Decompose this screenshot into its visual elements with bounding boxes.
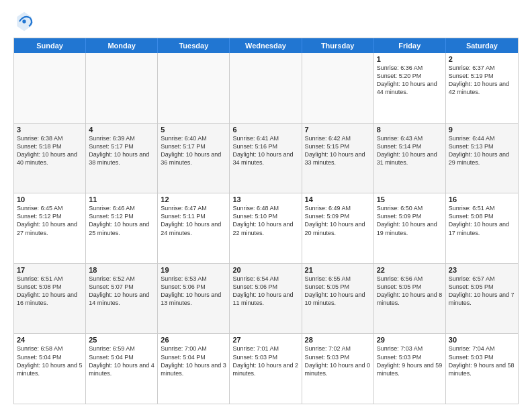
header	[13, 11, 519, 32]
day-number: 19	[161, 266, 226, 274]
day-number: 9	[449, 126, 515, 134]
header-day-saturday: Saturday	[446, 38, 518, 53]
page: SundayMondayTuesdayWednesdayThursdayFrid…	[0, 0, 532, 411]
day-number: 13	[232, 195, 298, 203]
cell-info: Sunrise: 7:00 AM Sunset: 5:04 PM Dayligh…	[161, 345, 226, 377]
calendar-body: 1Sunrise: 6:36 AM Sunset: 5:20 PM Daylig…	[14, 53, 518, 404]
cell-info: Sunrise: 6:42 AM Sunset: 5:15 PM Dayligh…	[305, 134, 371, 167]
cell-info: Sunrise: 6:41 AM Sunset: 5:16 PM Dayligh…	[232, 134, 298, 167]
cell-info: Sunrise: 6:40 AM Sunset: 5:17 PM Dayligh…	[161, 134, 226, 167]
day-number: 15	[377, 195, 443, 203]
calendar-cell: 19Sunrise: 6:53 AM Sunset: 5:06 PM Dayli…	[158, 264, 230, 334]
calendar-row-4: 24Sunrise: 6:58 AM Sunset: 5:04 PM Dayli…	[14, 334, 518, 404]
day-number: 14	[305, 195, 371, 203]
cell-info: Sunrise: 6:38 AM Sunset: 5:18 PM Dayligh…	[17, 134, 83, 167]
calendar-cell: 16Sunrise: 6:51 AM Sunset: 5:08 PM Dayli…	[446, 193, 518, 263]
logo-icon	[13, 11, 35, 32]
cell-info: Sunrise: 6:47 AM Sunset: 5:11 PM Dayligh…	[161, 204, 226, 237]
day-number: 27	[232, 336, 298, 344]
header-day-thursday: Thursday	[302, 38, 374, 53]
svg-point-1	[22, 19, 26, 23]
cell-info: Sunrise: 6:49 AM Sunset: 5:09 PM Dayligh…	[305, 204, 371, 237]
header-day-tuesday: Tuesday	[158, 38, 230, 53]
day-number: 23	[449, 266, 515, 274]
calendar-row-1: 3Sunrise: 6:38 AM Sunset: 5:18 PM Daylig…	[14, 124, 518, 194]
day-number: 20	[232, 266, 298, 274]
calendar-cell	[14, 53, 86, 123]
cell-info: Sunrise: 7:01 AM Sunset: 5:03 PM Dayligh…	[232, 345, 298, 377]
day-number: 6	[232, 126, 298, 134]
calendar-cell: 21Sunrise: 6:55 AM Sunset: 5:05 PM Dayli…	[302, 264, 374, 334]
calendar-header: SundayMondayTuesdayWednesdayThursdayFrid…	[14, 38, 518, 53]
day-number: 18	[89, 266, 154, 274]
day-number: 3	[17, 126, 83, 134]
calendar-cell: 4Sunrise: 6:39 AM Sunset: 5:17 PM Daylig…	[86, 124, 158, 193]
calendar-cell: 23Sunrise: 6:57 AM Sunset: 5:05 PM Dayli…	[446, 264, 518, 334]
calendar-cell: 7Sunrise: 6:42 AM Sunset: 5:15 PM Daylig…	[302, 124, 374, 193]
day-number: 17	[17, 266, 83, 274]
cell-info: Sunrise: 6:59 AM Sunset: 5:04 PM Dayligh…	[89, 345, 154, 377]
cell-info: Sunrise: 6:45 AM Sunset: 5:12 PM Dayligh…	[17, 204, 83, 237]
day-number: 28	[305, 336, 371, 344]
header-day-friday: Friday	[374, 38, 446, 53]
cell-info: Sunrise: 6:55 AM Sunset: 5:05 PM Dayligh…	[305, 275, 371, 308]
calendar-cell: 1Sunrise: 6:36 AM Sunset: 5:20 PM Daylig…	[374, 53, 446, 123]
cell-info: Sunrise: 6:57 AM Sunset: 5:05 PM Dayligh…	[449, 275, 515, 308]
cell-info: Sunrise: 6:56 AM Sunset: 5:05 PM Dayligh…	[377, 275, 443, 308]
cell-info: Sunrise: 7:03 AM Sunset: 5:03 PM Dayligh…	[377, 345, 443, 377]
calendar-cell: 30Sunrise: 7:04 AM Sunset: 5:03 PM Dayli…	[446, 334, 518, 404]
cell-info: Sunrise: 6:51 AM Sunset: 5:08 PM Dayligh…	[17, 275, 83, 308]
day-number: 24	[17, 336, 83, 344]
day-number: 11	[89, 195, 154, 203]
calendar-row-3: 17Sunrise: 6:51 AM Sunset: 5:08 PM Dayli…	[14, 264, 518, 334]
logo	[13, 11, 38, 32]
calendar-cell: 25Sunrise: 6:59 AM Sunset: 5:04 PM Dayli…	[86, 334, 158, 404]
header-day-wednesday: Wednesday	[230, 38, 302, 53]
cell-info: Sunrise: 6:52 AM Sunset: 5:07 PM Dayligh…	[89, 275, 154, 308]
cell-info: Sunrise: 6:44 AM Sunset: 5:13 PM Dayligh…	[449, 134, 515, 167]
calendar-cell: 10Sunrise: 6:45 AM Sunset: 5:12 PM Dayli…	[14, 193, 86, 263]
calendar-cell	[230, 53, 302, 123]
calendar-cell: 9Sunrise: 6:44 AM Sunset: 5:13 PM Daylig…	[446, 124, 518, 193]
calendar-cell: 22Sunrise: 6:56 AM Sunset: 5:05 PM Dayli…	[374, 264, 446, 334]
calendar-cell: 2Sunrise: 6:37 AM Sunset: 5:19 PM Daylig…	[446, 53, 518, 123]
calendar: SundayMondayTuesdayWednesdayThursdayFrid…	[13, 38, 519, 404]
calendar-cell	[158, 53, 230, 123]
day-number: 30	[449, 336, 515, 344]
calendar-row-2: 10Sunrise: 6:45 AM Sunset: 5:12 PM Dayli…	[14, 193, 518, 264]
calendar-cell: 24Sunrise: 6:58 AM Sunset: 5:04 PM Dayli…	[14, 334, 86, 404]
calendar-cell: 12Sunrise: 6:47 AM Sunset: 5:11 PM Dayli…	[158, 193, 230, 263]
cell-info: Sunrise: 7:02 AM Sunset: 5:03 PM Dayligh…	[305, 345, 371, 377]
cell-info: Sunrise: 6:37 AM Sunset: 5:19 PM Dayligh…	[449, 64, 515, 97]
calendar-cell: 17Sunrise: 6:51 AM Sunset: 5:08 PM Dayli…	[14, 264, 86, 334]
day-number: 1	[377, 55, 443, 63]
calendar-cell: 8Sunrise: 6:43 AM Sunset: 5:14 PM Daylig…	[374, 124, 446, 193]
day-number: 21	[305, 266, 371, 274]
cell-info: Sunrise: 6:51 AM Sunset: 5:08 PM Dayligh…	[449, 204, 515, 237]
day-number: 7	[305, 126, 371, 134]
cell-info: Sunrise: 6:43 AM Sunset: 5:14 PM Dayligh…	[377, 134, 443, 167]
calendar-cell: 5Sunrise: 6:40 AM Sunset: 5:17 PM Daylig…	[158, 124, 230, 193]
cell-info: Sunrise: 6:54 AM Sunset: 5:06 PM Dayligh…	[232, 275, 298, 308]
cell-info: Sunrise: 6:50 AM Sunset: 5:09 PM Dayligh…	[377, 204, 443, 237]
cell-info: Sunrise: 7:04 AM Sunset: 5:03 PM Dayligh…	[449, 345, 515, 377]
calendar-cell: 13Sunrise: 6:48 AM Sunset: 5:10 PM Dayli…	[230, 193, 302, 263]
header-day-sunday: Sunday	[14, 38, 86, 53]
day-number: 2	[449, 55, 515, 63]
day-number: 25	[89, 336, 154, 344]
calendar-cell: 29Sunrise: 7:03 AM Sunset: 5:03 PM Dayli…	[374, 334, 446, 404]
calendar-cell	[302, 53, 374, 123]
day-number: 16	[449, 195, 515, 203]
day-number: 10	[17, 195, 83, 203]
cell-info: Sunrise: 6:36 AM Sunset: 5:20 PM Dayligh…	[377, 64, 443, 97]
calendar-cell: 6Sunrise: 6:41 AM Sunset: 5:16 PM Daylig…	[230, 124, 302, 193]
cell-info: Sunrise: 6:39 AM Sunset: 5:17 PM Dayligh…	[89, 134, 154, 167]
cell-info: Sunrise: 6:46 AM Sunset: 5:12 PM Dayligh…	[89, 204, 154, 237]
calendar-cell: 11Sunrise: 6:46 AM Sunset: 5:12 PM Dayli…	[86, 193, 158, 263]
calendar-cell: 18Sunrise: 6:52 AM Sunset: 5:07 PM Dayli…	[86, 264, 158, 334]
calendar-cell: 20Sunrise: 6:54 AM Sunset: 5:06 PM Dayli…	[230, 264, 302, 334]
day-number: 22	[377, 266, 443, 274]
calendar-cell: 3Sunrise: 6:38 AM Sunset: 5:18 PM Daylig…	[14, 124, 86, 193]
day-number: 12	[161, 195, 226, 203]
day-number: 4	[89, 126, 154, 134]
